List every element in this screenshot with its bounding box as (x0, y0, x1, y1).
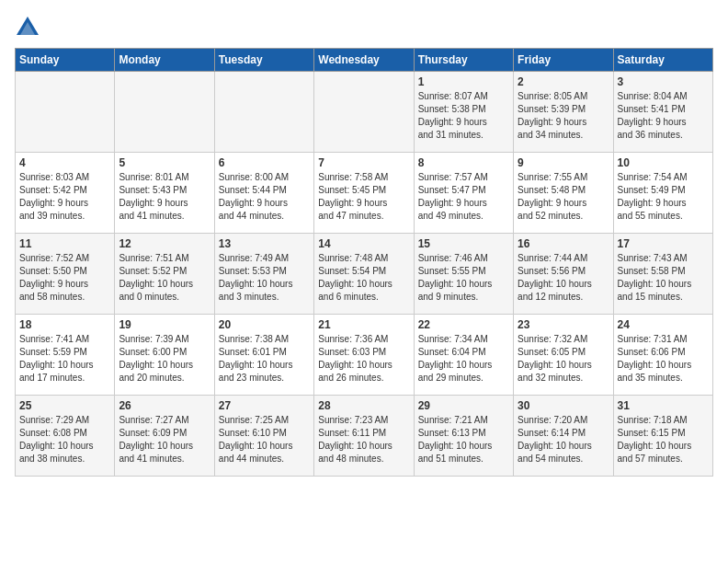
day-info: Sunrise: 7:25 AM Sunset: 6:10 PM Dayligh… (219, 414, 310, 465)
calendar-cell: 15Sunrise: 7:46 AM Sunset: 5:55 PM Dayli… (414, 234, 513, 315)
day-info: Sunrise: 7:20 AM Sunset: 6:14 PM Dayligh… (518, 414, 609, 465)
day-info: Sunrise: 7:57 AM Sunset: 5:47 PM Dayligh… (418, 171, 509, 223)
day-number: 28 (318, 399, 409, 412)
calendar-cell: 25Sunrise: 7:29 AM Sunset: 6:08 PM Dayli… (16, 396, 115, 477)
day-info: Sunrise: 7:27 AM Sunset: 6:09 PM Dayligh… (119, 414, 210, 465)
week-row-4: 18Sunrise: 7:41 AM Sunset: 5:59 PM Dayli… (16, 315, 713, 396)
day-number: 31 (618, 399, 709, 412)
calendar-cell: 11Sunrise: 7:52 AM Sunset: 5:50 PM Dayli… (16, 234, 115, 315)
day-number: 15 (418, 237, 509, 250)
day-info: Sunrise: 8:03 AM Sunset: 5:42 PM Dayligh… (19, 171, 110, 223)
calendar-cell: 2Sunrise: 8:05 AM Sunset: 5:39 PM Daylig… (514, 72, 613, 153)
day-number: 2 (518, 75, 609, 88)
weekday-header-saturday: Saturday (613, 49, 712, 72)
calendar-cell: 28Sunrise: 7:23 AM Sunset: 6:11 PM Dayli… (314, 396, 414, 477)
day-info: Sunrise: 7:23 AM Sunset: 6:11 PM Dayligh… (318, 414, 409, 465)
day-number: 23 (518, 318, 609, 331)
calendar-cell: 29Sunrise: 7:21 AM Sunset: 6:13 PM Dayli… (414, 396, 513, 477)
weekday-header-wednesday: Wednesday (314, 49, 414, 72)
day-number: 26 (119, 399, 210, 412)
calendar-cell: 13Sunrise: 7:49 AM Sunset: 5:53 PM Dayli… (214, 234, 313, 315)
day-number: 19 (119, 318, 210, 331)
day-info: Sunrise: 7:32 AM Sunset: 6:05 PM Dayligh… (518, 333, 609, 385)
day-number: 16 (518, 237, 609, 250)
day-number: 10 (618, 156, 709, 169)
calendar-cell: 30Sunrise: 7:20 AM Sunset: 6:14 PM Dayli… (514, 396, 613, 477)
calendar-cell: 21Sunrise: 7:36 AM Sunset: 6:03 PM Dayli… (314, 315, 414, 396)
calendar-cell: 4Sunrise: 8:03 AM Sunset: 5:42 PM Daylig… (16, 153, 115, 234)
day-number: 14 (318, 237, 409, 250)
calendar-cell: 19Sunrise: 7:39 AM Sunset: 6:00 PM Dayli… (115, 315, 214, 396)
day-number: 20 (219, 318, 310, 331)
day-info: Sunrise: 7:48 AM Sunset: 5:54 PM Dayligh… (318, 252, 409, 304)
weekday-header-monday: Monday (115, 49, 214, 72)
day-number: 3 (618, 75, 709, 88)
day-info: Sunrise: 7:29 AM Sunset: 6:08 PM Dayligh… (19, 414, 110, 465)
day-info: Sunrise: 7:52 AM Sunset: 5:50 PM Dayligh… (19, 252, 110, 304)
day-info: Sunrise: 7:51 AM Sunset: 5:52 PM Dayligh… (119, 252, 210, 304)
calendar-cell: 23Sunrise: 7:32 AM Sunset: 6:05 PM Dayli… (514, 315, 613, 396)
calendar-cell (115, 72, 214, 153)
day-number: 5 (119, 156, 210, 169)
logo (15, 15, 44, 40)
day-info: Sunrise: 7:21 AM Sunset: 6:13 PM Dayligh… (418, 414, 509, 465)
day-info: Sunrise: 8:05 AM Sunset: 5:39 PM Dayligh… (518, 90, 609, 142)
week-row-3: 11Sunrise: 7:52 AM Sunset: 5:50 PM Dayli… (16, 234, 713, 315)
calendar-cell: 16Sunrise: 7:44 AM Sunset: 5:56 PM Dayli… (514, 234, 613, 315)
day-number: 21 (318, 318, 409, 331)
calendar-cell: 1Sunrise: 8:07 AM Sunset: 5:38 PM Daylig… (414, 72, 513, 153)
day-number: 11 (19, 237, 110, 250)
day-info: Sunrise: 7:54 AM Sunset: 5:49 PM Dayligh… (618, 171, 709, 223)
week-row-5: 25Sunrise: 7:29 AM Sunset: 6:08 PM Dayli… (16, 396, 713, 477)
day-number: 13 (219, 237, 310, 250)
week-row-2: 4Sunrise: 8:03 AM Sunset: 5:42 PM Daylig… (16, 153, 713, 234)
day-info: Sunrise: 7:39 AM Sunset: 6:00 PM Dayligh… (119, 333, 210, 385)
day-number: 9 (518, 156, 609, 169)
day-number: 8 (418, 156, 509, 169)
day-info: Sunrise: 7:49 AM Sunset: 5:53 PM Dayligh… (219, 252, 310, 304)
weekday-header-thursday: Thursday (414, 49, 513, 72)
calendar-cell: 7Sunrise: 7:58 AM Sunset: 5:45 PM Daylig… (314, 153, 414, 234)
calendar-cell: 24Sunrise: 7:31 AM Sunset: 6:06 PM Dayli… (613, 315, 712, 396)
calendar-cell (16, 72, 115, 153)
day-info: Sunrise: 7:44 AM Sunset: 5:56 PM Dayligh… (518, 252, 609, 304)
day-number: 7 (318, 156, 409, 169)
calendar-cell (214, 72, 313, 153)
week-row-1: 1Sunrise: 8:07 AM Sunset: 5:38 PM Daylig… (16, 72, 713, 153)
day-info: Sunrise: 8:01 AM Sunset: 5:43 PM Dayligh… (119, 171, 210, 223)
day-info: Sunrise: 7:36 AM Sunset: 6:03 PM Dayligh… (318, 333, 409, 385)
day-info: Sunrise: 7:34 AM Sunset: 6:04 PM Dayligh… (418, 333, 509, 385)
day-info: Sunrise: 8:07 AM Sunset: 5:38 PM Dayligh… (418, 90, 509, 142)
calendar-cell: 14Sunrise: 7:48 AM Sunset: 5:54 PM Dayli… (314, 234, 414, 315)
day-info: Sunrise: 7:46 AM Sunset: 5:55 PM Dayligh… (418, 252, 509, 304)
day-number: 4 (19, 156, 110, 169)
day-info: Sunrise: 7:43 AM Sunset: 5:58 PM Dayligh… (618, 252, 709, 304)
calendar-cell: 27Sunrise: 7:25 AM Sunset: 6:10 PM Dayli… (214, 396, 313, 477)
day-number: 24 (618, 318, 709, 331)
day-number: 17 (618, 237, 709, 250)
calendar-cell: 9Sunrise: 7:55 AM Sunset: 5:48 PM Daylig… (514, 153, 613, 234)
day-number: 27 (219, 399, 310, 412)
page-header (15, 15, 713, 40)
day-number: 25 (19, 399, 110, 412)
day-info: Sunrise: 7:55 AM Sunset: 5:48 PM Dayligh… (518, 171, 609, 223)
calendar-cell: 22Sunrise: 7:34 AM Sunset: 6:04 PM Dayli… (414, 315, 513, 396)
day-number: 30 (518, 399, 609, 412)
calendar-cell: 17Sunrise: 7:43 AM Sunset: 5:58 PM Dayli… (613, 234, 712, 315)
calendar-cell: 3Sunrise: 8:04 AM Sunset: 5:41 PM Daylig… (613, 72, 712, 153)
calendar-cell: 10Sunrise: 7:54 AM Sunset: 5:49 PM Dayli… (613, 153, 712, 234)
day-info: Sunrise: 7:41 AM Sunset: 5:59 PM Dayligh… (19, 333, 110, 385)
day-number: 1 (418, 75, 509, 88)
day-number: 22 (418, 318, 509, 331)
calendar-cell: 6Sunrise: 8:00 AM Sunset: 5:44 PM Daylig… (214, 153, 313, 234)
day-number: 18 (19, 318, 110, 331)
day-number: 12 (119, 237, 210, 250)
calendar-cell (314, 72, 414, 153)
day-info: Sunrise: 8:04 AM Sunset: 5:41 PM Dayligh… (618, 90, 709, 142)
calendar-table: SundayMondayTuesdayWednesdayThursdayFrid… (15, 48, 713, 477)
weekday-header-row: SundayMondayTuesdayWednesdayThursdayFrid… (16, 49, 713, 72)
day-info: Sunrise: 7:18 AM Sunset: 6:15 PM Dayligh… (618, 414, 709, 465)
day-info: Sunrise: 7:58 AM Sunset: 5:45 PM Dayligh… (318, 171, 409, 223)
day-info: Sunrise: 7:31 AM Sunset: 6:06 PM Dayligh… (618, 333, 709, 385)
calendar-cell: 12Sunrise: 7:51 AM Sunset: 5:52 PM Dayli… (115, 234, 214, 315)
